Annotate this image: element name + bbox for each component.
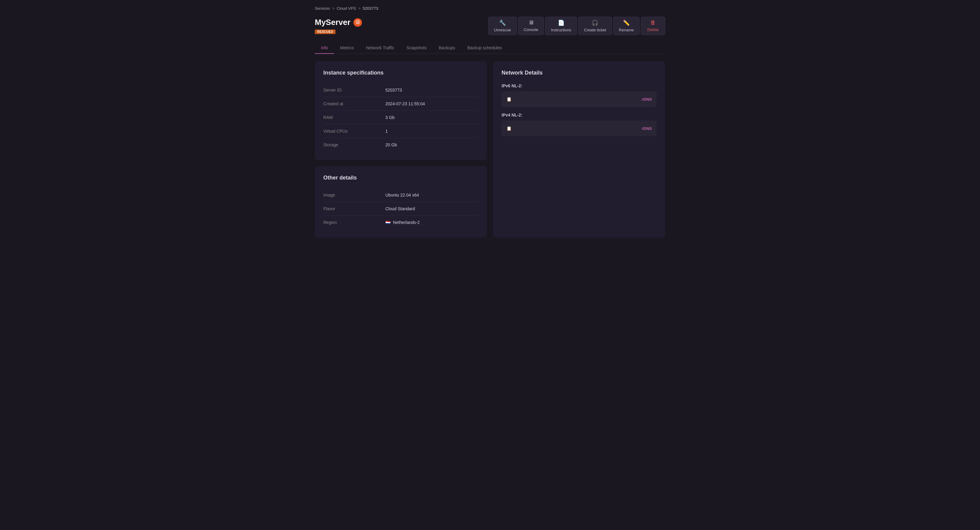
spec-label-region: Region	[323, 216, 385, 229]
instance-specs-title: Instance specifications	[323, 70, 479, 76]
copy-icon-ipv6[interactable]: 📋	[506, 97, 512, 102]
delete-icon: 🗑	[650, 19, 656, 26]
other-details-title: Other details	[323, 175, 479, 181]
breadcrumb-cloud-vps[interactable]: Cloud VPS	[337, 6, 356, 11]
other-details-table: Image Ubuntu 22.04 x64 Flavor Cloud Stan…	[323, 188, 479, 229]
header: MyServer Ⓤ RESCUED 🔧 Unrescue 🖥 Console …	[315, 17, 665, 35]
status-badge: RESCUED	[315, 30, 336, 34]
action-buttons: 🔧 Unrescue 🖥 Console 📄 Instructions 🎧 Cr…	[488, 17, 665, 35]
table-row: Region 🇳🇱 Netherlands-2	[323, 216, 479, 229]
server-name: MyServer	[315, 18, 350, 27]
left-column: Instance specifications Server ID: 52037…	[315, 61, 487, 238]
breadcrumb-services[interactable]: Services	[315, 6, 330, 11]
rename-icon: ✏️	[623, 19, 630, 26]
spec-label-ram: RAM	[323, 111, 385, 124]
spec-label-storage: Storage	[323, 138, 385, 152]
table-row: Server ID: 5203773	[323, 83, 479, 97]
console-button[interactable]: 🖥 Console	[518, 17, 544, 35]
instructions-label: Instructions	[551, 28, 571, 32]
spec-value-image: Ubuntu 22.04 x64	[385, 188, 479, 202]
spec-value-created: 2024-07-23 11:55:04	[385, 97, 479, 111]
ipv6-label: IPv6 NL-2:	[501, 83, 657, 88]
table-row: RAM 3 Gb	[323, 111, 479, 124]
network-details-card: Network Details IPv6 NL-2: 📋 rDNS IPv4 N…	[493, 61, 665, 238]
ipv4-label: IPv4 NL-2:	[501, 113, 657, 118]
table-row: Storage 20 Gb	[323, 138, 479, 152]
unrescue-icon: 🔧	[499, 19, 506, 26]
network-title: Network Details	[501, 70, 657, 76]
ipv4-section: IPv4 NL-2: 📋 rDNS	[501, 113, 657, 136]
tab-backup-schedules[interactable]: Backup schedules	[461, 42, 508, 54]
spec-table: Server ID: 5203773 Created at 2024-07-23…	[323, 83, 479, 151]
spec-value-vcpus: 1	[385, 124, 479, 138]
ipv6-section: IPv6 NL-2: 📋 rDNS	[501, 83, 657, 107]
spec-value-flavor: Cloud Standard	[385, 202, 479, 216]
tab-snapshots[interactable]: Snapshots	[401, 42, 433, 54]
delete-button[interactable]: 🗑 Delete	[641, 17, 665, 35]
rdns-button-ipv4[interactable]: rDNS	[642, 126, 652, 131]
rdns-button-ipv6[interactable]: rDNS	[642, 97, 652, 102]
spec-label-created: Created at	[323, 97, 385, 111]
tabs: Info Metrics Network Traffic Snapshots B…	[315, 42, 665, 54]
unrescue-label: Unrescue	[494, 28, 511, 32]
server-title-block: MyServer Ⓤ RESCUED	[315, 18, 362, 34]
region-name: Netherlands-2	[393, 220, 420, 225]
instance-specs-card: Instance specifications Server ID: 52037…	[315, 61, 487, 160]
spec-value-server-id: 5203773	[385, 83, 479, 97]
spec-label-flavor: Flavor	[323, 202, 385, 216]
console-label: Console	[524, 27, 538, 32]
console-icon: 🖥	[528, 19, 534, 26]
create-ticket-button[interactable]: 🎧 Create ticket	[578, 17, 612, 35]
tab-info[interactable]: Info	[315, 42, 334, 54]
ubuntu-icon: Ⓤ	[353, 18, 362, 27]
unrescue-button[interactable]: 🔧 Unrescue	[488, 17, 517, 35]
breadcrumb-server-id: 5203773	[363, 6, 379, 11]
table-row: Virtual CPUs 1	[323, 124, 479, 138]
spec-value-ram: 3 Gb	[385, 111, 479, 124]
tab-backups[interactable]: Backups	[433, 42, 461, 54]
server-title: MyServer Ⓤ	[315, 18, 362, 27]
delete-label: Delete	[647, 27, 659, 32]
create-ticket-icon: 🎧	[592, 19, 598, 26]
tab-metrics[interactable]: Metrics	[334, 42, 360, 54]
region-flag: 🇳🇱	[385, 220, 391, 225]
ipv6-address-box: 📋 rDNS	[501, 91, 657, 107]
other-details-card: Other details Image Ubuntu 22.04 x64 Fla…	[315, 166, 487, 238]
tab-network-traffic[interactable]: Network Traffic	[360, 42, 400, 54]
rename-button[interactable]: ✏️ Rename	[613, 17, 640, 35]
table-row: Flavor Cloud Standard	[323, 202, 479, 216]
instructions-button[interactable]: 📄 Instructions	[545, 17, 577, 35]
spec-value-storage: 20 Gb	[385, 138, 479, 152]
table-row: Created at 2024-07-23 11:55:04	[323, 97, 479, 111]
create-ticket-label: Create ticket	[584, 28, 606, 32]
instructions-icon: 📄	[558, 19, 565, 26]
spec-label-vcpus: Virtual CPUs	[323, 124, 385, 138]
spec-label-image: Image	[323, 188, 385, 202]
content-grid: Instance specifications Server ID: 52037…	[315, 61, 665, 238]
spec-label-server-id: Server ID:	[323, 83, 385, 97]
spec-value-region: 🇳🇱 Netherlands-2	[385, 216, 479, 229]
ipv4-address-box: 📋 rDNS	[501, 121, 657, 136]
breadcrumb: Services > Cloud VPS > 5203773	[315, 6, 665, 11]
table-row: Image Ubuntu 22.04 x64	[323, 188, 479, 202]
rename-label: Rename	[619, 28, 634, 32]
copy-icon-ipv4[interactable]: 📋	[506, 126, 512, 131]
